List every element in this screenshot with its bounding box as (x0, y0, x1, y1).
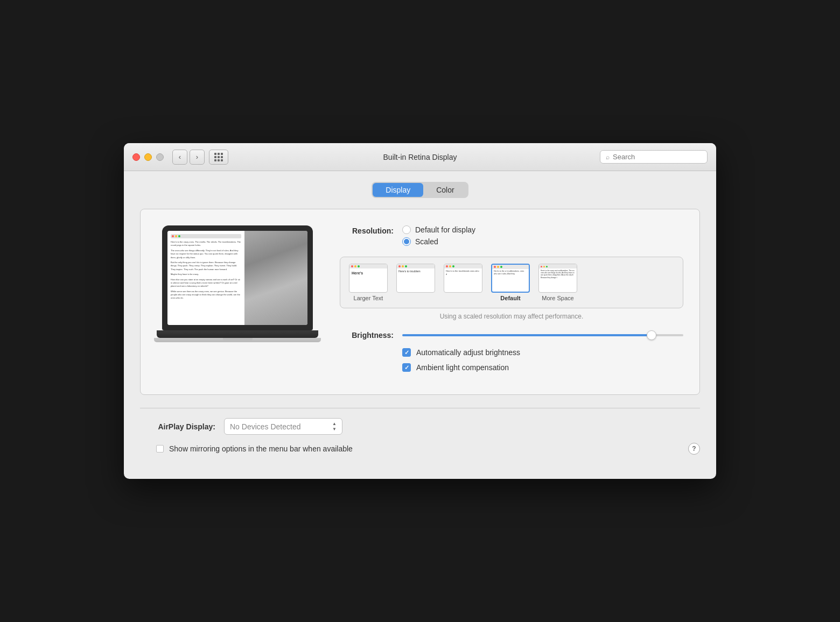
check-icon: ✓ (404, 349, 409, 356)
resolution-scaled-label: Scaled (415, 237, 438, 246)
bottom-bar: Show mirroring options in the menu bar w… (140, 440, 700, 463)
scaled-note: Using a scaled resolution may affect per… (340, 313, 683, 320)
thumb-2[interactable]: Here's to troublem (394, 264, 437, 301)
thumb-preview-1: Here's (349, 264, 388, 293)
minimize-button[interactable] (144, 153, 152, 161)
laptop-doc-content: Here's to the crazy ones. The misfits. T… (167, 231, 244, 325)
thumb-preview-2: Here's to troublem (396, 264, 435, 293)
airplay-label: AirPlay Display: (140, 422, 215, 431)
thumb-more-space[interactable]: Here's to the crazy one troublemakers. T… (536, 264, 579, 301)
laptop-foot (154, 338, 321, 342)
brightness-row: Brightness: (340, 331, 683, 340)
brightness-slider[interactable] (402, 334, 683, 336)
forward-button[interactable]: › (190, 150, 205, 165)
airplay-dropdown[interactable]: No Devices Detected ▲ ▼ (224, 418, 342, 435)
resolution-default-label: Default for display (415, 225, 475, 234)
airplay-row: AirPlay Display: No Devices Detected ▲ ▼ (140, 413, 700, 440)
check-icon-2: ✓ (404, 364, 409, 371)
traffic-lights (132, 153, 164, 161)
laptop-screen: Here's to the crazy ones. The misfits. T… (167, 231, 307, 325)
mirror-row[interactable]: Show mirroring options in the menu bar w… (140, 440, 353, 457)
titlebar: ‹ › Built-in Retina Display ⌕ (124, 143, 716, 171)
grid-view-button[interactable] (209, 150, 228, 165)
thumb-larger-text[interactable]: Here's Larger Text (347, 264, 390, 301)
mirror-label: Show mirroring options in the menu bar w… (169, 444, 353, 453)
fullscreen-button[interactable] (156, 153, 164, 161)
thumb-3[interactable]: Here's to the troublemak ones who d (442, 264, 485, 301)
mirror-checkbox[interactable] (156, 445, 164, 453)
search-input[interactable] (613, 153, 702, 161)
thumb-preview-5: Here's to the crazy one troublemakers. T… (538, 264, 577, 293)
resolution-scaled-option[interactable]: Scaled (402, 237, 475, 246)
ambient-light-checkbox[interactable]: ✓ (402, 363, 411, 372)
close-button[interactable] (132, 153, 140, 161)
auto-brightness-label: Automatically adjust brightness (416, 348, 520, 357)
auto-brightness-row[interactable]: ✓ Automatically adjust brightness (340, 348, 683, 357)
auto-brightness-checkbox[interactable]: ✓ (402, 348, 411, 357)
tab-color[interactable]: Color (423, 183, 467, 197)
main-panel: Here's to the crazy ones. The misfits. T… (140, 209, 700, 395)
grid-icon (214, 153, 223, 161)
thumb-default[interactable]: Here's to the cr troublemakers. ones who… (489, 264, 532, 301)
divider (140, 408, 700, 408)
search-box[interactable]: ⌕ (600, 150, 708, 164)
laptop-preview: Here's to the crazy ones. The misfits. T… (157, 225, 318, 342)
nav-buttons: ‹ › (172, 150, 205, 165)
main-content: Display Color (124, 171, 716, 479)
thumb-label-4: Default (500, 295, 520, 301)
thumb-label-1: Larger Text (354, 295, 383, 301)
ambient-light-label: Ambient light compensation (416, 363, 509, 372)
radio-scaled[interactable] (402, 237, 411, 246)
thumb-label-5: More Space (542, 295, 573, 301)
tab-display[interactable]: Display (373, 183, 423, 197)
window-title: Built-in Retina Display (383, 153, 457, 161)
system-preferences-window: ‹ › Built-in Retina Display ⌕ Display Co… (124, 143, 716, 479)
select-arrows-icon: ▲ ▼ (332, 421, 337, 432)
airplay-value: No Devices Detected (230, 422, 301, 431)
resolution-label: Resolution: (340, 225, 394, 235)
back-button[interactable]: ‹ (172, 150, 187, 165)
radio-inner (404, 239, 409, 244)
radio-default[interactable] (402, 225, 411, 234)
help-button[interactable]: ? (688, 443, 700, 455)
resolution-thumbnails: Here's Larger Text Here's to trou (340, 257, 683, 308)
thumb-preview-3: Here's to the troublemak ones who d (444, 264, 482, 293)
resolution-default-option[interactable]: Default for display (402, 225, 475, 234)
resolution-row: Resolution: Default for display Scaled (340, 225, 683, 246)
resolution-options: Default for display Scaled (402, 225, 475, 246)
tab-group: Display Color (372, 182, 468, 198)
ambient-light-row[interactable]: ✓ Ambient light compensation (340, 363, 683, 372)
laptop-notch (223, 338, 253, 341)
thumb-preview-4: Here's to the cr troublemakers. ones who… (491, 264, 530, 293)
search-icon: ⌕ (606, 153, 610, 161)
brightness-label: Brightness: (340, 331, 394, 340)
laptop-base (157, 330, 318, 338)
laptop-image (244, 231, 307, 325)
tab-bar: Display Color (140, 182, 700, 198)
settings-side: Resolution: Default for display Scaled (340, 225, 683, 378)
laptop-body: Here's to the crazy ones. The misfits. T… (162, 225, 313, 330)
